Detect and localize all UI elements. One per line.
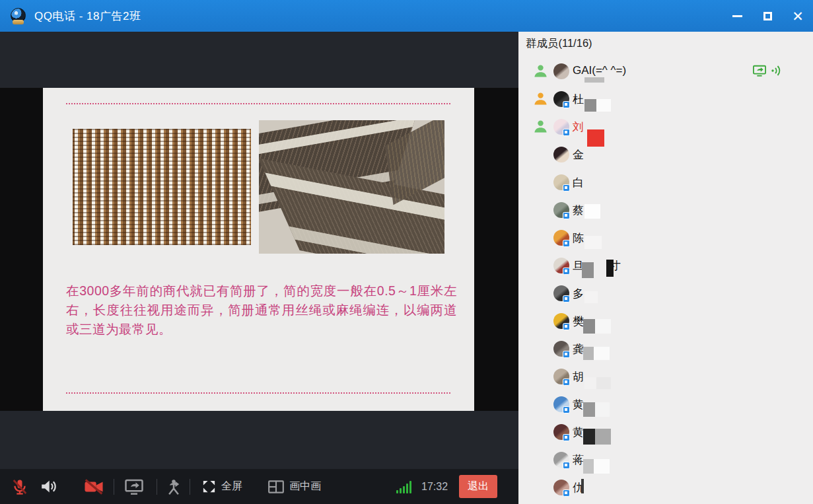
avatar	[553, 147, 569, 162]
speaker-icon	[39, 477, 58, 496]
censored-name-block	[583, 319, 595, 334]
camera-badge-icon	[563, 212, 570, 219]
pip-label: 画中画	[289, 480, 321, 493]
in-call-person-icon	[533, 91, 548, 106]
member-name: GAI(=^ ^=)	[573, 64, 626, 77]
member-name: 刘	[573, 120, 584, 135]
censored-name-block	[584, 236, 602, 249]
member-name: 黄	[573, 425, 584, 440]
member-row[interactable]: 刘	[518, 113, 813, 141]
bamboo-slips-photo	[66, 121, 258, 253]
toolbar-divider	[114, 479, 114, 495]
window-title: QQ电话 - 18广告2班	[34, 9, 141, 24]
member-name: 金	[573, 147, 584, 162]
member-list: GAI(=^ ^=) 杜	[518, 57, 813, 501]
presentation-slide: 在3000多年前的商代就已有简册了，简的宽度一般在0.5～1厘米左右，长度往往视…	[43, 88, 474, 411]
fullscreen-button[interactable]: 全屏	[201, 469, 242, 504]
censored-name-block	[595, 429, 611, 445]
qq-call-window: QQ电话 - 18广告2班 ✕ 在3000多年前的商代就已有简册了，简的宽度一般…	[0, 0, 813, 504]
camera-badge-icon	[563, 323, 570, 330]
camera-badge-icon	[563, 351, 570, 358]
maximize-icon	[763, 12, 772, 20]
camera-badge-icon	[563, 268, 570, 275]
close-icon: ✕	[792, 9, 804, 23]
screen-share-button[interactable]	[124, 469, 144, 504]
call-toolbar: 全屏 画中画 17:32 退出	[0, 469, 518, 504]
in-call-person-icon	[533, 119, 548, 134]
camera-badge-icon	[563, 434, 570, 441]
member-name: 龚	[573, 342, 584, 357]
pip-button[interactable]: 画中画	[267, 469, 321, 504]
censored-name-block	[596, 99, 611, 112]
censored-name-block	[583, 347, 594, 360]
censored-name-block	[584, 291, 598, 303]
member-row[interactable]: 多	[518, 279, 813, 307]
exit-call-button[interactable]: 退出	[459, 475, 497, 498]
speaker-button[interactable]	[39, 469, 58, 504]
camera-badge-icon	[563, 462, 570, 469]
toolbar-divider	[157, 479, 157, 495]
fullscreen-label: 全屏	[221, 480, 242, 493]
censored-name-block	[594, 459, 610, 474]
censored-name-block	[583, 402, 595, 417]
member-row[interactable]: 胡	[518, 363, 813, 390]
censored-name-block	[582, 262, 594, 278]
member-row[interactable]: 蔡	[518, 196, 813, 224]
shared-screen-stage: 在3000多年前的商代就已有简册了，简的宽度一般在0.5～1厘米左右，长度往往视…	[0, 32, 518, 504]
member-row[interactable]: 旦 寸	[518, 252, 813, 279]
camera-badge-icon	[563, 295, 570, 303]
member-name: 黄	[573, 397, 584, 412]
camera-off-icon	[83, 478, 104, 496]
censored-name-block	[595, 319, 611, 334]
member-name: 杜	[573, 92, 584, 107]
screen-share-icon	[124, 478, 144, 496]
bamboo-books-photo	[259, 120, 444, 254]
titlebar: QQ电话 - 18广告2班 ✕	[0, 0, 813, 32]
member-row[interactable]: 蒋	[518, 446, 813, 474]
censored-name-block	[581, 479, 584, 493]
member-name: 多	[573, 286, 584, 301]
member-row[interactable]: 陈	[518, 224, 813, 252]
signal-bars-icon	[396, 480, 411, 493]
presentation-share-icon	[164, 478, 184, 496]
member-row[interactable]: 龚	[518, 335, 813, 363]
member-row[interactable]: 黄	[518, 418, 813, 446]
member-name: 樊	[573, 314, 584, 329]
censored-name-block	[584, 204, 600, 219]
member-row[interactable]: GAI(=^ ^=)	[518, 57, 813, 85]
slide-bottom-dotted-rule	[66, 392, 450, 394]
member-row[interactable]: 杜	[518, 85, 813, 113]
member-name: 陈	[573, 231, 584, 246]
sharing-screen-icon	[752, 64, 767, 77]
member-row[interactable]: 金	[518, 141, 813, 168]
minimize-button[interactable]	[722, 0, 752, 32]
avatar	[553, 63, 569, 79]
slide-top-dotted-rule	[66, 103, 450, 104]
camera-badge-icon	[563, 184, 570, 192]
member-row[interactable]: 白	[518, 168, 813, 196]
toolbar-divider	[190, 479, 190, 495]
censored-name-block	[595, 402, 610, 417]
camera-badge-icon	[563, 489, 570, 497]
censored-name-block	[584, 77, 604, 83]
camera-off-button[interactable]	[83, 469, 104, 504]
camera-badge-icon	[563, 406, 570, 414]
censored-name-block	[584, 377, 596, 389]
member-name: 胡	[573, 369, 584, 384]
presentation-share-button[interactable]	[164, 469, 184, 504]
camera-badge-icon	[563, 101, 570, 108]
member-row[interactable]: 樊	[518, 307, 813, 335]
fullscreen-icon	[201, 479, 217, 494]
censored-name-block	[596, 377, 611, 389]
member-name: 白	[573, 175, 584, 190]
member-row[interactable]: 黄	[518, 390, 813, 418]
mute-mic-button[interactable]	[11, 469, 29, 504]
member-row[interactable]: 仇	[518, 474, 813, 501]
group-members-header: 群成员(11/16)	[526, 36, 592, 51]
close-button[interactable]: ✕	[783, 0, 813, 32]
signal-indicator	[396, 469, 411, 504]
call-timer: 17:32	[421, 469, 448, 504]
group-members-panel: 群成员(11/16) GAI(=^ ^=) 杜	[518, 32, 813, 504]
maximize-button[interactable]	[752, 0, 783, 32]
microphone-muted-icon	[11, 477, 29, 497]
